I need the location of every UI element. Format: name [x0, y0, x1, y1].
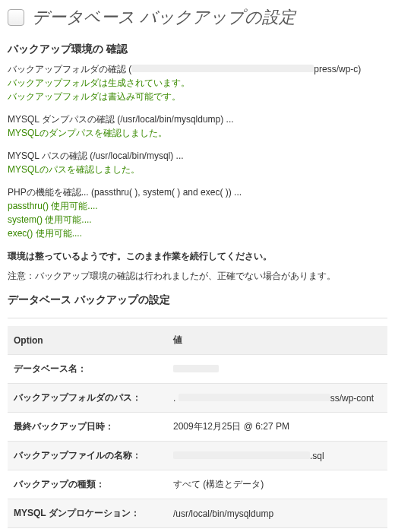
env-check-heading: バックアップ環境の 確認 [8, 43, 387, 56]
env-mysqldump-label: MYSQL ダンプパスの確認 (/usr/local/bin/mysqldump… [8, 112, 387, 126]
label-backup-filename: バックアップファイルの名称： [8, 442, 167, 470]
env-php-ok3: exec() 使用可能.... [8, 226, 387, 240]
env-mysql-ok: MYSQLのパスを確認しました。 [8, 163, 387, 176]
col-value: 値 [167, 326, 387, 355]
env-mysqldump-block: MYSQL ダンプパスの確認 (/usr/local/bin/mysqldump… [8, 112, 387, 140]
section-separator [8, 318, 387, 318]
value-backup-type: すべて (構造とデータ) [167, 470, 387, 499]
value-db-name [167, 355, 387, 384]
env-status: バックアップフォルダの確認 (press/wp-c) バックアップフォルダは生成… [8, 62, 387, 283]
row-backup-filename: バックアップファイルの名称： .sql [8, 442, 387, 470]
backup-filename-suffix: .sql [310, 451, 324, 461]
redacted-backup-filename [173, 451, 310, 459]
settings-heading: データベース バックアップの設定 [8, 293, 387, 307]
env-folder-ok2: バックアップフォルダは書込み可能です。 [8, 90, 387, 103]
redacted-path [131, 65, 314, 72]
value-backup-folder: . ss/wp-cont [167, 384, 387, 413]
env-mysql-label: MYSQL パスの確認 (/usr/local/bin/mysql) ... [8, 149, 387, 163]
label-backup-folder: バックアップフォルダのパス： [8, 384, 167, 413]
value-gzip: はい いいえ [167, 528, 387, 533]
env-php-ok1: passthru() 使用可能.... [8, 199, 387, 213]
page-title-row: データベース バックアップの設定 [8, 6, 387, 29]
env-mysql-block: MYSQL パスの確認 (/usr/local/bin/mysql) ... M… [8, 149, 387, 176]
settings-table: Option 値 データベース名： バックアップフォルダのパス： . ss/wp… [8, 326, 387, 532]
col-option: Option [8, 326, 167, 355]
env-ready: 環境は整っているようです。このまま作業を続行してください。 [8, 249, 387, 263]
label-db-name: データベース名： [8, 355, 167, 384]
database-icon [8, 9, 24, 26]
env-folder-label: バックアップフォルダの確認 (press/wp-c) [8, 62, 387, 76]
row-gzip: GZIP圧縮を使用しますか？ はい いいえ [8, 528, 387, 533]
row-last-backup: 最終バックアップ日時： 2009年12月25日 @ 6:27 PM [8, 413, 387, 442]
label-last-backup: 最終バックアップ日時： [8, 413, 167, 442]
env-php-block: PHPの機能を確認... (passthru( ), system( ) and… [8, 185, 387, 240]
page-title: データベース バックアップの設定 [32, 6, 295, 29]
table-header-row: Option 値 [8, 326, 387, 355]
env-folder-path-suffix: press/wp-c [314, 64, 358, 74]
env-mysqldump-ok: MYSQLのダンプパスを確認しました。 [8, 126, 387, 140]
env-folder-ok1: バックアップフォルダは生成されています。 [8, 76, 387, 90]
label-gzip: GZIP圧縮を使用しますか？ [8, 528, 167, 533]
value-backup-filename: .sql [167, 442, 387, 470]
env-note: 注意：バックアップ環境の確認は行われましたが、正確でない場合があります。 [8, 269, 387, 283]
env-php-label: PHPの機能を確認... (passthru( ), system( ) and… [8, 185, 387, 199]
row-db-name: データベース名： [8, 355, 387, 384]
row-backup-type: バックアップの種類： すべて (構造とデータ) [8, 470, 387, 499]
row-mysqldump-location: MYSQL ダンプロケーション： /usr/local/bin/mysqldum… [8, 499, 387, 528]
env-folder-label-prefix: バックアップフォルダの確認 ( [8, 64, 131, 74]
row-backup-folder: バックアップフォルダのパス： . ss/wp-cont [8, 384, 387, 413]
env-folder-block: バックアップフォルダの確認 (press/wp-c) バックアップフォルダは生成… [8, 62, 387, 103]
redacted-db-name [173, 365, 219, 372]
value-mysqldump-location: /usr/local/bin/mysqldump [167, 499, 387, 528]
label-backup-type: バックアップの種類： [8, 470, 167, 499]
backup-folder-suffix: ss/wp-cont [330, 393, 374, 404]
label-mysqldump-location: MYSQL ダンプロケーション： [8, 499, 167, 528]
value-last-backup: 2009年12月25日 @ 6:27 PM [167, 413, 387, 442]
env-folder-label-close: ) [358, 64, 361, 74]
redacted-backup-folder [179, 394, 330, 401]
env-php-ok2: system() 使用可能.... [8, 213, 387, 226]
